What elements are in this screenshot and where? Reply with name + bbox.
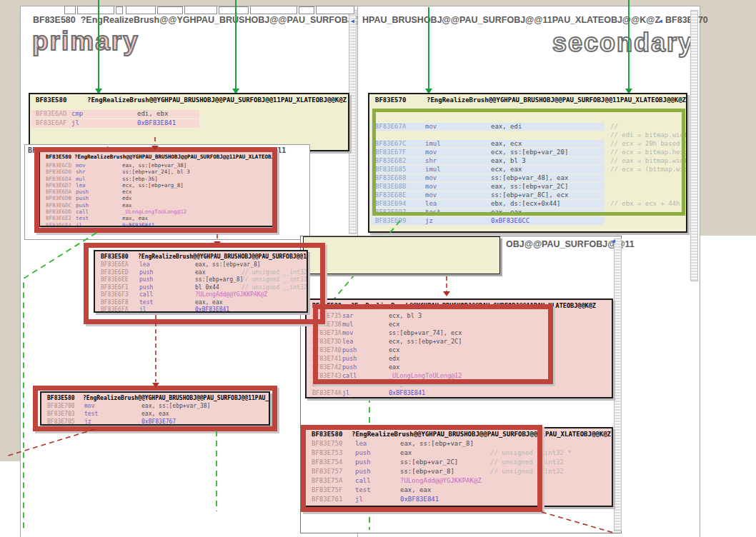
diff-highlight-box xyxy=(301,425,542,512)
asm-row: BF83E6F3call?ULongAdd@@YGJKKPAK@Z xyxy=(95,291,307,299)
minimap-node[interactable] xyxy=(250,6,297,14)
basic-block-diff-2[interactable]: BF83E580?EngRealizeBrush@@YGHPAU_BRUSHOB… xyxy=(94,250,308,313)
minimap-node[interactable] xyxy=(184,6,217,14)
code-rows: BF83E6EAleaeax, ss:[ebp+var_8]BF83E6EDpu… xyxy=(95,261,307,313)
minimap-node[interactable] xyxy=(116,6,123,14)
basic-block-primary-entry[interactable]: BF83E580?EngRealizeBrush@@YGHPAU_BRUSHOB… xyxy=(29,93,349,151)
minimap-node[interactable] xyxy=(157,6,183,14)
diff-highlight-box xyxy=(33,386,277,431)
primary-window-title: BF83E580 ?EngRealizeBrush@@YGHPAU_BRUSHO… xyxy=(33,15,379,25)
asm-row: BF83E6EDpusheax// unsigned __int32 * xyxy=(95,269,307,277)
minimap-node[interactable] xyxy=(64,6,76,14)
secondary-window-title: HPAU_BRUSHOBJ@@PAU_SURFOBJ@@11PAU_XLATEO… xyxy=(362,15,708,25)
pane-marker-icon[interactable]: ◀ xyxy=(351,19,354,24)
primary-watermark: primary xyxy=(32,26,139,56)
asm-row: BF83E6ADcmpedi, ebx xyxy=(30,110,348,119)
desktop-top-strip xyxy=(0,0,756,6)
asm-row: BF83E6EAleaeax, ss:[ebp+var_8] xyxy=(95,261,307,269)
minimap-node[interactable] xyxy=(219,6,249,14)
diff-highlight-box xyxy=(313,304,553,384)
desktop-right-strip xyxy=(700,6,756,236)
secondary-scrollbar[interactable] xyxy=(690,10,698,281)
asm-row: BF83E699jz0xBF83E6CC xyxy=(369,217,686,226)
primary-scrollbar[interactable] xyxy=(349,10,357,234)
block-address: BF83E580 xyxy=(101,254,129,260)
desktop-left-strip xyxy=(0,0,20,461)
block-function-name: ?EngRealizeBrush@@YGHPAU_BRUSHOBJ@@PAU_S… xyxy=(427,96,686,104)
block-function-name: ?EngRealizeBrush@@YGHPAU_BRUSHOBJ@@PAU_S… xyxy=(138,254,308,260)
minimap-node[interactable] xyxy=(77,6,114,14)
pane-marker-icon[interactable]: ◀ xyxy=(612,239,615,244)
asm-row: BF83E6F1pushbl 0x44// unsigned __int32 xyxy=(95,284,307,292)
mid-window-scrollbar[interactable] xyxy=(614,239,622,531)
code-rows: BF83E6ADcmpedi, ebxBF83E6AFjl0xBF83E841 xyxy=(30,110,348,129)
asm-row: BF83E6FAjl0xBF83E841 xyxy=(95,306,307,313)
pane-marker-icon[interactable]: ◀ xyxy=(659,19,662,24)
secondary-watermark: secondary xyxy=(552,28,694,58)
asm-row: BF83E6F8testeax, eax xyxy=(95,299,307,307)
block-address: BF83E580 xyxy=(36,96,66,104)
minimap-node[interactable] xyxy=(126,6,156,14)
diff-highlight-box xyxy=(34,147,277,233)
block-function-name: ?EngRealizeBrush@@YGHPAU_BRUSHOBJ@@PAU_S… xyxy=(87,96,347,104)
minimap-node[interactable] xyxy=(299,6,314,14)
minimap-node[interactable] xyxy=(316,6,354,14)
matched-highlight-box xyxy=(372,109,685,216)
asm-row: BF83E6EEpushss:[ebp+arg_8]// unsigned __… xyxy=(95,276,307,284)
asm-row: BF83E6AFjl0xBF83E841 xyxy=(30,119,348,129)
block-address: BF83E570 xyxy=(375,96,406,104)
asm-row: BF83E74Ajl0xBF83E841 xyxy=(307,389,612,398)
binary-diff-workspace: { "colors": { "diff_box_red": "#c0443c",… xyxy=(0,0,756,537)
basic-block-fragment[interactable] xyxy=(303,236,500,274)
